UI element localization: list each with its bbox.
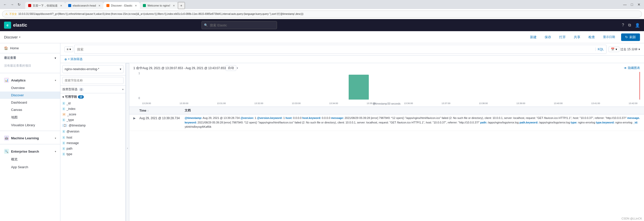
chart-bar	[411, 99, 431, 100]
sidebar-item-dashboard[interactable]: Dashboard	[0, 99, 60, 106]
tab-close[interactable]: ✕	[98, 4, 100, 7]
ml-chevron-icon: ▾	[55, 137, 56, 140]
chart-x-label: 13:41:00	[591, 102, 600, 105]
app-layout: 🏠 Home 最近查看 ▾ 没有最近查看的项目 📊 Analytics ▾ Ov…	[0, 43, 644, 221]
share-button[interactable]: 共享	[572, 34, 582, 40]
forward-button[interactable]: →	[9, 2, 15, 8]
tab-discover[interactable]: Discover - Elastic ✕	[103, 2, 140, 9]
chart-bar	[597, 99, 617, 100]
field-item-type[interactable]: t _type	[60, 117, 126, 123]
field-key-path-kw: path.keyword:	[519, 121, 538, 124]
sidebar-item-app-search[interactable]: App Search	[0, 163, 60, 171]
new-button[interactable]: 新建	[528, 34, 539, 40]
field-search-input[interactable]	[62, 77, 124, 84]
expand-button[interactable]: ▶	[133, 116, 139, 120]
panel-collapse-button[interactable]: ‹	[126, 63, 129, 221]
tab-es-head[interactable]: elasticsearch-head ✕	[65, 2, 103, 9]
reload-button[interactable]: ↻	[16, 2, 22, 8]
elastic-logo[interactable]: e elastic	[4, 22, 27, 29]
tab-nginx[interactable]: Welcome to nginx! ✕	[140, 2, 178, 9]
field-val-host: 0.0.0.0	[292, 116, 302, 119]
sidebar-item-overview[interactable]: Overview	[0, 84, 60, 92]
back-button[interactable]: ←	[2, 2, 8, 8]
inspect-button[interactable]: 检查	[586, 34, 597, 40]
sidebar-item-visualize-library[interactable]: Visualize Library	[0, 121, 60, 129]
chart-bar	[493, 99, 513, 100]
field-key-type: type:	[571, 121, 577, 124]
available-fields-label: 可用字段	[65, 95, 77, 99]
sidebar-ml-group[interactable]: 🤖 Machine Learning ▾	[0, 133, 60, 142]
field-type-badge: t	[62, 142, 65, 145]
hit-count: 1 命中	[133, 66, 143, 70]
discover-nav-link[interactable]: Discover ▾	[4, 35, 20, 39]
calendar-button[interactable]: 📅 ▾	[609, 47, 619, 52]
field-item-host[interactable]: t host	[60, 135, 126, 140]
time-col-header[interactable]: Time ↓	[139, 109, 185, 112]
available-fields-header[interactable]: ▾ 可用字段 10	[60, 93, 126, 101]
hide-chart-button[interactable]: 👁 隐藏图表	[624, 66, 640, 70]
tab-close[interactable]: ✕	[135, 4, 137, 7]
sidebar-item-canvas[interactable]: Canvas	[0, 106, 60, 113]
new-tab-button[interactable]: +	[178, 2, 185, 9]
chart-red-line	[639, 72, 640, 100]
kql-label[interactable]: KQL	[595, 48, 604, 51]
sidebar-enterprise-group[interactable]: 🔍 Enterprise Search ▾	[0, 146, 60, 155]
sidebar-home-item[interactable]: 🏠 Home	[0, 43, 60, 53]
field-item-path[interactable]: t path	[60, 146, 126, 151]
result-document: @timestamp: Aug 29, 2021 @ 13:39:28.734 …	[185, 116, 640, 129]
maximize-button[interactable]: □	[629, 2, 635, 8]
field-val-path: /apps/nginx/logs/error.log	[487, 121, 519, 124]
sidebar-analytics-group[interactable]: 📊 Analytics ▾	[0, 75, 60, 84]
field-item-id[interactable]: t _id	[60, 101, 126, 106]
date-toggle-button[interactable]: 显示日期	[601, 34, 617, 40]
field-item-index[interactable]: t _index	[60, 106, 126, 112]
filter-by-type-label: 按类型筛选	[62, 87, 77, 92]
sidebar-recent-section: 最近查看 ▾ 没有最近查看的项目	[0, 53, 60, 71]
chart-bar	[204, 99, 224, 100]
discover-search-input[interactable]	[77, 48, 594, 51]
plus-icon: ⊕	[64, 58, 67, 61]
doc-icon: ≡	[67, 48, 68, 51]
extensions-icon[interactable]: ⧉	[628, 23, 631, 27]
close-button[interactable]: ✕	[636, 2, 642, 8]
chart-bar	[555, 99, 576, 100]
tab-close[interactable]: ✕	[60, 4, 62, 7]
time-range-chevron-icon: ▾	[638, 48, 640, 51]
help-icon[interactable]: ?	[622, 23, 624, 27]
recent-section-header[interactable]: 最近查看 ▾	[0, 53, 60, 63]
sidebar-item-maps[interactable]: 地图	[0, 113, 60, 121]
doc-view-toggle[interactable]: ≡ ▾	[64, 47, 73, 52]
tab-baidu[interactable]: 百度一下，你就知道 ✕	[25, 2, 65, 9]
tab-close[interactable]: ✕	[173, 4, 175, 7]
home-icon: 🏠	[4, 46, 8, 50]
save-button[interactable]: 保存	[543, 34, 553, 40]
field-val-version-kw: 1	[283, 116, 286, 119]
time-chevron-icon: ▾	[616, 48, 617, 51]
user-icon[interactable]: 👤	[635, 23, 640, 28]
tab-label: Welcome to nginx!	[147, 4, 170, 7]
time-col-label: Time	[139, 109, 146, 112]
sidebar-item-discover[interactable]: Discover	[0, 92, 60, 99]
index-dropdown[interactable]: nginx-newindex-errorlog-* ▾	[62, 65, 124, 73]
field-item-score[interactable]: # _score	[60, 112, 126, 117]
field-item-message[interactable]: t message	[60, 140, 126, 146]
field-name: _score	[67, 113, 76, 116]
auto-interval-button[interactable]: 自动	[226, 65, 236, 71]
field-item-version[interactable]: t @version +	[60, 128, 126, 135]
refresh-button[interactable]: ↻ 刷新	[621, 33, 640, 41]
chart-x-label: 13:33:00	[292, 102, 301, 105]
browser-chrome: ← → ↻ 百度一下，你就知道 ✕ elasticsearch-head ✕ D…	[0, 0, 644, 9]
field-item-timestamp[interactable]: ⌚ @timestamp	[60, 123, 126, 128]
sidebar-item-overview-ent[interactable]: 概览	[0, 155, 60, 163]
field-key-host: host:	[286, 116, 292, 119]
open-button[interactable]: 打开	[557, 34, 568, 40]
minimize-button[interactable]: —	[622, 2, 628, 8]
time-range-button[interactable]: 过去 15 分钟 ▾	[620, 47, 640, 52]
add-filter-button[interactable]: ⊕ + 添加筛选	[64, 57, 83, 61]
dropdown-chevron-icon: ▾	[120, 67, 121, 71]
address-bar[interactable]: ⚠ 不安全 10.0.0.31:5601/app/discover#/?_g=(…	[2, 11, 642, 18]
elastic-search-input[interactable]	[202, 21, 277, 29]
field-type-badge: t	[62, 107, 65, 110]
field-item-type2[interactable]: t type	[60, 151, 126, 157]
chevron-down-icon: ▾	[62, 95, 64, 99]
